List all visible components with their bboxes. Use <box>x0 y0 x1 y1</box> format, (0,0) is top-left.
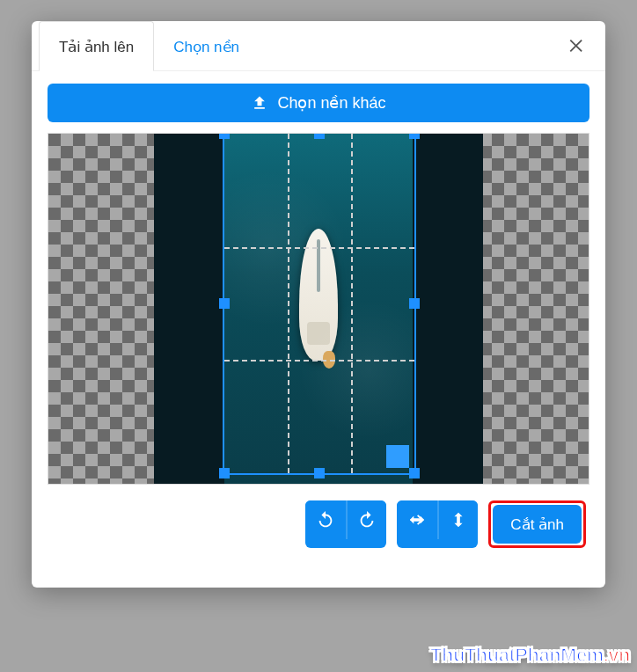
rotate-right-icon <box>357 510 377 530</box>
crop-selection[interactable] <box>223 133 416 475</box>
tutorial-highlight: Cắt ảnh <box>488 500 586 548</box>
flip-horizontal-icon <box>407 510 427 530</box>
crop-drag-handle[interactable] <box>386 445 409 468</box>
rotate-left-icon <box>316 510 335 530</box>
photo-padding <box>413 134 483 484</box>
crop-grid <box>224 134 414 473</box>
crop-handle-top[interactable] <box>314 133 325 139</box>
crop-button[interactable]: Cắt ảnh <box>493 505 582 544</box>
crop-canvas[interactable] <box>48 133 589 485</box>
rotate-right-button[interactable] <box>346 500 386 539</box>
crop-handle-bottom-left[interactable] <box>219 468 230 478</box>
tab-upload-image[interactable]: Tải ảnh lên <box>39 21 154 71</box>
image-crop-modal: Tải ảnh lên Chọn nền Chọn nền khác <box>32 21 605 588</box>
flip-horizontal-button[interactable] <box>397 500 437 539</box>
close-button[interactable] <box>565 33 589 58</box>
crop-handle-left[interactable] <box>219 298 230 309</box>
choose-other-background-label: Chọn nền khác <box>277 93 385 113</box>
crop-handle-bottom-right[interactable] <box>409 468 420 478</box>
crop-handle-top-right[interactable] <box>409 133 420 139</box>
modal-tabs: Tải ảnh lên Chọn nền <box>32 21 605 71</box>
crop-handle-bottom[interactable] <box>314 468 325 478</box>
crop-handle-right[interactable] <box>409 298 420 309</box>
flip-vertical-button[interactable] <box>437 500 478 539</box>
watermark: ThuThuatPhanMem.vn <box>430 644 630 667</box>
choose-other-background-button[interactable]: Chọn nền khác <box>48 84 589 122</box>
rotate-left-button[interactable] <box>305 500 346 539</box>
crop-handle-top-left[interactable] <box>219 133 230 139</box>
crop-toolbar: Cắt ảnh <box>48 485 589 548</box>
watermark-text: ThuThuatPhanMem <box>430 644 604 666</box>
flip-group <box>397 500 478 548</box>
close-icon <box>567 36 587 55</box>
tab-choose-background[interactable]: Chọn nền <box>154 22 259 70</box>
watermark-suffix: .vn <box>604 644 630 666</box>
upload-icon <box>251 94 268 112</box>
rotate-group <box>305 500 386 548</box>
photo-padding <box>154 134 224 484</box>
flip-vertical-icon <box>449 510 468 530</box>
